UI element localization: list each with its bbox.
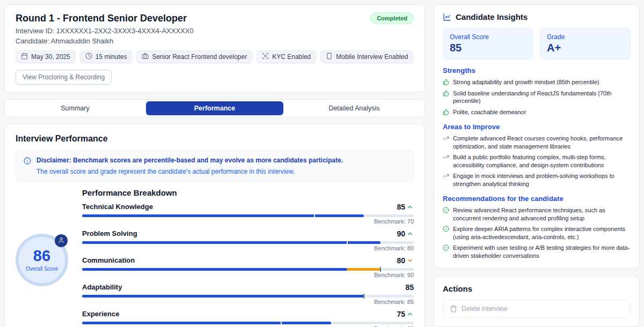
metric-benchmark-gap [347,268,380,271]
calendar-icon [21,53,28,61]
insight-section-title: Recommendations for the candidate [443,195,631,203]
metric-label: Technical Knowledge [82,203,153,211]
overall-score-circle: 86 Overall Score [16,234,68,286]
thumbs-up-icon [443,109,449,116]
delete-interview-button[interactable]: Delete interview [443,300,631,318]
metric-benchmark-label: Benchmark: 70 [82,218,414,225]
insight-list: Review advanced React performance techni… [443,206,631,259]
metric-progress-bar [82,295,414,298]
metric-progress-bar [82,214,414,217]
tab-detailed-analysis[interactable]: Detailed Analysis [286,101,423,115]
grade-stat: Grade A+ [540,28,631,60]
meta-chip: Senior React Frontend developer [136,50,252,63]
insight-item-text: Engage in mock interviews and problem-so… [453,172,631,188]
insight-list: Strong adaptability and growth mindset (… [443,78,631,116]
metric-progress-fill [82,214,364,217]
performance-metric-row: Problem Solving 90 Benchmark: 80 [82,229,414,251]
overall-score-label: Overall Score [26,266,58,272]
chart-icon [443,13,451,21]
metric-score: 75 [397,310,405,318]
user-badge-icon [55,234,68,247]
chip-label: KYC Enabled [272,53,311,61]
interview-performance-card: Interview Performance Disclaimer: Benchm… [4,124,425,327]
briefcase-icon [142,53,149,61]
metric-progress-bar [82,268,414,271]
page: Round 1 - Frontend Senior Developer Comp… [0,0,644,327]
clock-icon [85,53,92,61]
metric-progress-bar [82,322,414,324]
insight-section: Recommendations for the candidate Review… [443,195,631,259]
overall-score-stat: Overall Score 85 [443,28,533,60]
performance-metric-row: Experience 75 Benchmark: 60 [82,310,414,327]
stat-value: 85 [450,42,526,54]
insight-item: Polite, coachable demeanor [443,108,631,116]
trash-icon [450,305,457,313]
insight-section: Areas to Improve Complete advanced React… [443,123,631,188]
insights-title: Candidate Insights [456,12,528,21]
insight-section: Strengths Strong adaptability and growth… [443,66,631,116]
insight-item: Review advanced React performance techni… [443,206,631,222]
metric-label: Adaptability [82,283,122,291]
insight-item: Build a public portfolio featuring compl… [443,153,631,169]
metric-score: 85 [397,203,405,211]
insight-item: Complete advanced React courses covering… [443,135,631,150]
meta-chip: May 30, 2025 [16,50,76,63]
insight-item-text: Polite, coachable demeanor [453,108,526,116]
chip-label: 15 minutes [96,53,127,61]
benchmark-tick [380,267,381,272]
insight-item-text: Experiment with user testing or A/B test… [453,244,631,259]
metric-progress-fill [82,295,364,298]
metric-benchmark-label: Benchmark: 80 [82,245,414,251]
insight-item: Strong adaptability and growth mindset (… [443,78,631,86]
status-badge: Completed [370,12,414,24]
metric-label: Experience [82,310,119,318]
meta-chip: 15 minutes [80,50,133,63]
insight-section-title: Strengths [443,66,631,75]
tab-summary[interactable]: Summary [6,101,144,115]
thumbs-up-icon [443,79,449,86]
check-circle-icon [443,226,449,241]
insight-item-text: Build a public portfolio featuring compl… [453,153,631,169]
metric-progress-fill [82,268,347,271]
chip-label: May 30, 2025 [31,53,70,61]
candidate-name: Candidate: Ahmaduddin Shaikh [16,37,414,45]
insight-sections: Strengths Strong adaptability and growth… [443,66,631,259]
insight-item-text: Solid baseline understanding of ReactJS … [453,90,631,105]
info-icon [24,156,31,176]
disclaimer-box: Disclaimer: Benchmark scores are percent… [16,150,414,182]
interview-header-card: Round 1 - Frontend Senior Developer Comp… [4,4,425,93]
meta-chip: Mobile Interview Enabled [320,50,413,63]
delete-interview-label: Delete interview [462,305,507,313]
metrics-list: Technical Knowledge 85 Benchmark: 70 Pro… [82,203,414,327]
trend-down-icon [406,257,414,264]
meta-chip: KYC Enabled [257,50,316,63]
insight-list: Complete advanced React courses covering… [443,135,631,188]
performance-metric-row: Technical Knowledge 85 Benchmark: 70 [82,203,414,225]
metric-progress-fill [82,322,331,324]
benchmark-tick [281,321,282,325]
insight-item-text: Review advanced React performance techni… [453,206,631,222]
trend-up-icon [406,203,414,211]
stat-label: Overall Score [450,33,526,41]
metric-score: 80 [397,256,405,265]
tab-performance[interactable]: Performance [146,101,283,115]
trending-up-icon [443,135,449,150]
metric-progress-fill [82,241,380,244]
metric-label: Communication [82,256,135,264]
check-circle-icon [443,207,449,222]
overall-score-value: 86 [33,248,50,264]
insight-item: Explore deeper ARIA patterns for complex… [443,225,631,241]
metric-benchmark-label: Benchmark: 85 [82,299,414,305]
chip-label: Mobile Interview Enabled [336,53,408,61]
meta-chips: May 30, 2025 15 minutes Senior React Fro… [16,50,414,63]
actions-title: Actions [443,284,631,293]
performance-metric-row: Communication 80 Benchmark: 90 [82,256,414,278]
insight-item-text: Explore deeper ARIA patterns for complex… [453,225,631,241]
insight-item: Experiment with user testing or A/B test… [443,244,631,259]
chip-label: Senior React Frontend developer [152,53,247,61]
candidate-insights-card: Candidate Insights Overall Score 85 Grad… [434,4,640,269]
page-title: Round 1 - Frontend Senior Developer [16,12,187,25]
trend-up-icon [406,230,414,237]
view-proctoring-button[interactable]: View Proctoring & Recording [16,70,112,85]
check-circle-icon [443,244,449,259]
